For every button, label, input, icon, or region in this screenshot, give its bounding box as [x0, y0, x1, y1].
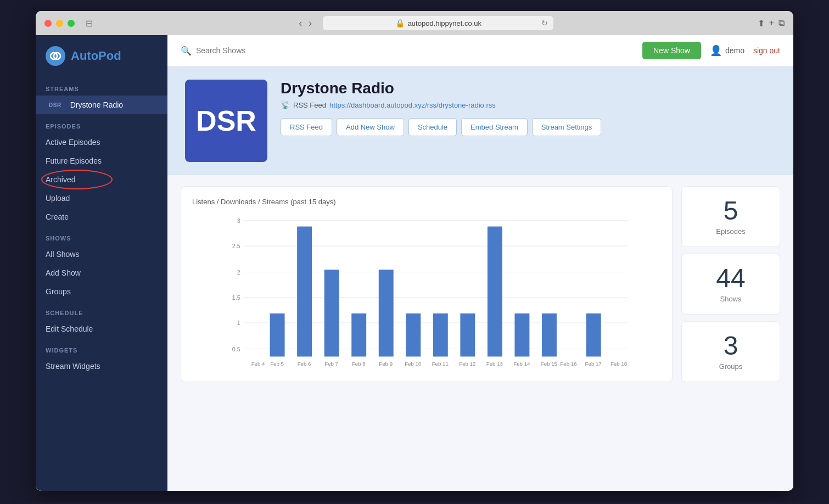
logo-icon	[46, 46, 65, 66]
search-input[interactable]	[196, 46, 306, 55]
stat-card-episodes: 5 Episodes	[681, 186, 780, 247]
stream-settings-button[interactable]: Stream Settings	[532, 118, 602, 136]
sidebar-item-drystone-radio[interactable]: DSR Drystone Radio	[36, 96, 167, 114]
svg-text:1.5: 1.5	[232, 294, 240, 301]
new-show-button[interactable]: New Show	[642, 42, 701, 59]
sidebar-item-create[interactable]: Create	[36, 208, 167, 226]
main-header: 🔍 New Show 👤 demo sign out	[167, 35, 793, 66]
bar-feb7	[324, 270, 339, 356]
close-button[interactable]	[44, 20, 52, 27]
user-name: demo	[725, 46, 744, 55]
sidebar-item-label: Future Episodes	[46, 156, 102, 165]
sidebar-item-label: Stream Widgets	[46, 362, 100, 371]
stat-card-groups: 3 Groups	[681, 321, 780, 382]
sidebar-item-label: Active Episodes	[46, 138, 100, 147]
app-body: AutoPod STREAMS DSR Drystone Radio EPISO…	[36, 35, 793, 491]
svg-text:Feb 18: Feb 18	[610, 361, 627, 367]
bar-feb9	[379, 270, 394, 356]
rss-url-link[interactable]: https://dashboard.autopod.xyz/rss/drysto…	[329, 101, 496, 109]
sidebar-item-label: Create	[46, 212, 69, 221]
sidebar-item-stream-widgets[interactable]: Stream Widgets	[36, 357, 167, 376]
rss-icon: 📡	[281, 100, 290, 109]
rss-feed-button[interactable]: RSS Feed	[281, 118, 332, 136]
embed-stream-button[interactable]: Embed Stream	[461, 118, 528, 136]
sidebar-item-label: Groups	[46, 287, 71, 296]
svg-text:Feb 7: Feb 7	[324, 361, 338, 367]
bar-feb13	[488, 227, 502, 357]
add-new-show-button[interactable]: Add New Show	[337, 118, 404, 136]
shows-label: Shows	[693, 295, 769, 303]
bar-feb10	[406, 313, 421, 357]
bar-feb5	[270, 313, 285, 357]
search-icon: 🔍	[181, 46, 192, 56]
bar-feb15	[542, 313, 557, 357]
sidebar-item-future-episodes[interactable]: Future Episodes	[36, 152, 167, 170]
sidebar-item-label: Archived	[46, 175, 75, 184]
rss-label: RSS Feed	[293, 101, 326, 109]
bar-feb8	[351, 313, 366, 357]
main-content: 🔍 New Show 👤 demo sign out DSR	[167, 35, 793, 491]
streams-section-label: STREAMS	[36, 77, 167, 96]
shows-count: 44	[693, 265, 769, 292]
svg-text:Feb 9: Feb 9	[379, 361, 393, 367]
minimize-button[interactable]	[56, 20, 63, 27]
svg-text:Feb 14: Feb 14	[513, 361, 530, 367]
chart-card: Listens / Downloads / Streams (past 15 d…	[181, 186, 673, 382]
sidebar-item-edit-schedule[interactable]: Edit Schedule	[36, 320, 167, 338]
schedule-section-label: SCHEDULE	[36, 301, 167, 320]
bar-feb14	[514, 313, 529, 357]
stream-badge: DSR	[46, 101, 65, 109]
reload-icon[interactable]: ↻	[541, 19, 548, 27]
show-logo-text: DSR	[196, 104, 256, 137]
url-text: autopod.hippynet.co.uk	[408, 19, 481, 27]
sidebar-item-add-show[interactable]: Add Show	[36, 264, 167, 282]
bar-feb17	[586, 313, 601, 357]
svg-text:Feb 12: Feb 12	[459, 361, 475, 367]
episodes-count: 5	[693, 198, 769, 224]
svg-text:1: 1	[237, 320, 240, 326]
browser-titlebar: ⊟ ‹ › 🔒 autopod.hippynet.co.uk ↻ ⬆ + ⧉	[36, 11, 793, 35]
svg-text:2.5: 2.5	[232, 243, 240, 249]
svg-text:3: 3	[237, 217, 240, 224]
new-tab-icon[interactable]: +	[769, 18, 774, 28]
sidebar-item-all-shows[interactable]: All Shows	[36, 245, 167, 264]
user-info: 👤 demo	[710, 44, 744, 57]
show-header-card: DSR Drystone Radio 📡 RSS Feed https://da…	[167, 66, 793, 175]
shows-section-label: SHOWS	[36, 226, 167, 245]
groups-count: 3	[693, 333, 769, 359]
show-action-buttons: RSS Feed Add New Show Schedule Embed Str…	[281, 118, 776, 136]
share-icon[interactable]: ⬆	[758, 18, 765, 29]
sidebar-item-upload[interactable]: Upload	[36, 189, 167, 208]
show-info: Drystone Radio 📡 RSS Feed https://dashbo…	[281, 80, 776, 136]
schedule-button[interactable]: Schedule	[408, 118, 457, 136]
svg-text:Feb 8: Feb 8	[352, 361, 366, 367]
windows-icon[interactable]: ⧉	[778, 18, 785, 28]
sidebar-item-archived[interactable]: Archived	[36, 170, 167, 189]
svg-text:Feb 13: Feb 13	[486, 361, 503, 367]
browser-actions: ⬆ + ⧉	[758, 18, 785, 29]
sidebar-toggle-icon[interactable]: ⊟	[86, 18, 93, 29]
sign-out-link[interactable]: sign out	[753, 46, 780, 55]
sidebar-item-label: All Shows	[46, 250, 79, 259]
back-button[interactable]: ‹	[296, 15, 304, 31]
sidebar-item-groups[interactable]: Groups	[36, 282, 167, 301]
episodes-label: Episodes	[693, 227, 769, 236]
sidebar: AutoPod STREAMS DSR Drystone Radio EPISO…	[36, 35, 167, 491]
forward-button[interactable]: ›	[306, 15, 314, 31]
episodes-section-label: EPISODES	[36, 114, 167, 133]
search-container: 🔍	[181, 46, 636, 56]
app-logo: AutoPod	[36, 35, 167, 77]
nav-buttons: ‹ ›	[296, 15, 314, 31]
svg-text:Feb 4: Feb 4	[251, 361, 265, 367]
chart-title: Listens / Downloads / Streams (past 15 d…	[192, 198, 661, 206]
rss-feed-line: 📡 RSS Feed https://dashboard.autopod.xyz…	[281, 100, 776, 109]
sidebar-item-active-episodes[interactable]: Active Episodes	[36, 133, 167, 152]
groups-label: Groups	[693, 362, 769, 371]
maximize-button[interactable]	[68, 20, 75, 27]
sidebar-item-label: Add Show	[46, 268, 81, 277]
sidebar-item-label: Upload	[46, 194, 70, 203]
svg-text:Feb 16: Feb 16	[560, 361, 576, 367]
url-bar[interactable]: 🔒 autopod.hippynet.co.uk ↻	[323, 16, 553, 30]
widgets-section-label: WIDGETS	[36, 338, 167, 357]
user-icon: 👤	[710, 44, 722, 57]
